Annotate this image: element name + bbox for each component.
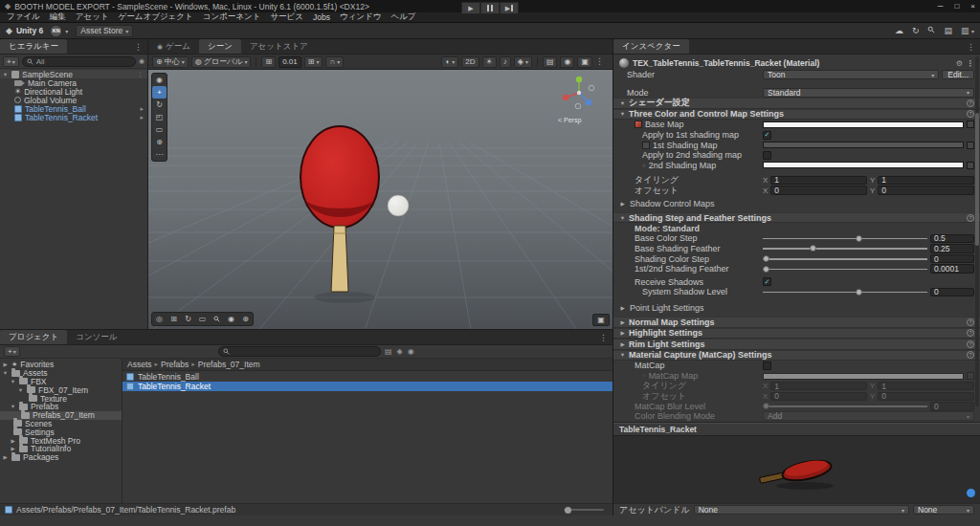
effects-dropdown[interactable]: ◈▾	[514, 56, 532, 68]
foldout-shadow-control-maps[interactable]: ▶ Shadow Control Maps	[613, 198, 980, 208]
more-tools-button[interactable]: ⋯	[152, 148, 167, 161]
menu-edit[interactable]: 編集	[45, 11, 71, 23]
tabletennis-ball-object[interactable]	[388, 195, 409, 216]
camera-settings-button[interactable]: ▣	[577, 56, 592, 68]
grid-icon[interactable]: ⊞	[167, 313, 181, 325]
texture-thumbnail[interactable]	[642, 142, 650, 149]
favorites-row[interactable]: ▶ ★ Favorites	[0, 361, 122, 369]
undo-history-button[interactable]: ↻	[912, 26, 920, 35]
grid-size-field[interactable]: 0.01	[278, 56, 301, 68]
grid-visibility-toggle[interactable]: ▤	[543, 56, 558, 68]
matcap-blur-field[interactable]: 0	[930, 402, 974, 411]
step-button[interactable]: ▶	[500, 2, 519, 14]
close-button[interactable]: ×	[970, 2, 975, 11]
view-tool-button[interactable]: ◉	[152, 74, 167, 86]
apply-1st-checkbox[interactable]: ✓	[763, 131, 771, 140]
menu-component[interactable]: コンポーネント	[198, 11, 266, 23]
object-picker-icon[interactable]	[967, 162, 974, 169]
tab-console[interactable]: コンソール	[67, 330, 125, 344]
scene-viewport[interactable]: < Persp ◉ + ↻ ◰ ▭ ⊕ ⋯ ◎ ⊞ ↻ ▭ ◉ ⊕ ▣	[148, 70, 612, 329]
matcap-offset-x-field[interactable]: 0	[770, 392, 867, 402]
breadcrumb-prefabs[interactable]: Prefabs	[161, 360, 189, 369]
target-icon[interactable]: ◉	[224, 313, 238, 325]
pause-button[interactable]	[480, 2, 500, 14]
assistant-notification-icon[interactable]	[967, 489, 975, 497]
matcap-blur-slider[interactable]	[763, 402, 927, 410]
hierarchy-search-input[interactable]: All	[22, 56, 136, 67]
feather-12-slider[interactable]	[763, 265, 927, 274]
draw-mode-dropdown[interactable]: ◐▾	[441, 56, 458, 68]
help-icon[interactable]: ?	[967, 318, 974, 326]
base-color-step-slider[interactable]	[763, 234, 927, 243]
section-shader-settings[interactable]: ▼ シェーダー設定 ?	[613, 98, 980, 109]
receive-shadows-checkbox[interactable]: ✓	[763, 277, 771, 286]
second-shading-color-bar[interactable]	[763, 162, 964, 168]
magnet-snap-dropdown[interactable]: ∩▾	[325, 56, 344, 68]
tab-asset-store[interactable]: アセットストア	[241, 39, 317, 54]
lighting-toggle[interactable]: ☀	[482, 56, 497, 68]
section-highlight[interactable]: ▶ Highlight Settings ?	[613, 328, 980, 340]
hierarchy-item-tabletennis-racket[interactable]: TableTennis_Racket ▸	[0, 113, 147, 121]
shading-color-step-field[interactable]: 0	[930, 254, 974, 264]
scale-tool-button[interactable]: ◰	[152, 111, 167, 123]
menu-assets[interactable]: アセット	[71, 11, 114, 23]
more-menu-icon[interactable]: ⋮	[967, 42, 980, 54]
foldout-open-icon[interactable]: ▼	[2, 72, 9, 77]
audio-toggle[interactable]: ♪	[500, 56, 511, 68]
tab-hierarchy[interactable]: ヒエラルキー	[0, 39, 67, 54]
tab-game[interactable]: ◉ ゲーム	[148, 39, 199, 54]
shader-dropdown[interactable]: Toon▾	[763, 70, 939, 79]
section-shading-step[interactable]: ▼ Shading Step and Feather Settings ?	[613, 212, 980, 224]
help-icon[interactable]: ?	[967, 99, 974, 107]
scene-visibility-icon[interactable]: ◉	[139, 57, 145, 65]
base-shading-feather-slider[interactable]	[763, 244, 927, 252]
rotate-tool-button[interactable]: ↻	[152, 99, 167, 111]
folder-packages[interactable]: ▶ Packages	[0, 453, 122, 462]
folder-prefabs-07-item[interactable]: Prefabs_07_Item	[0, 411, 122, 420]
asset-bundle-dropdown[interactable]: None▾	[694, 505, 909, 515]
base-shading-feather-field[interactable]: 0.25	[930, 244, 974, 253]
search-by-label-icon[interactable]: ◈	[397, 347, 403, 356]
help-icon[interactable]: ?	[967, 110, 974, 118]
shader-edit-button[interactable]: Edit...	[942, 70, 974, 79]
apply-2nd-checkbox[interactable]	[763, 151, 771, 160]
frame-icon[interactable]: ▭	[195, 313, 210, 325]
folder-scenes[interactable]: Scenes	[0, 420, 122, 428]
gear-icon[interactable]: ⚙	[956, 59, 963, 68]
minimize-button[interactable]: ─	[938, 2, 944, 11]
menu-file[interactable]: ファイル	[2, 11, 45, 23]
offset-y-field[interactable]: 0	[878, 186, 974, 195]
tiling-y-field[interactable]: 1	[878, 176, 974, 186]
tab-scene[interactable]: シーン	[199, 39, 241, 54]
menu-jobs[interactable]: Jobs	[308, 12, 335, 22]
move-tool-button[interactable]: +	[152, 86, 167, 99]
matcap-checkbox[interactable]	[763, 362, 771, 370]
more-menu-icon[interactable]: ⋮	[595, 56, 609, 68]
matcap-offset-y-field[interactable]: 0	[878, 392, 974, 402]
cloud-services-button[interactable]: ☁	[895, 26, 903, 35]
object-picker-icon[interactable]	[967, 372, 974, 380]
perspective-label[interactable]: < Persp	[558, 117, 581, 124]
tool-handle-position-dropdown[interactable]: ⊕中心▾	[152, 56, 189, 68]
feather-12-field[interactable]: 0.0001	[930, 264, 974, 274]
search-button[interactable]	[927, 26, 935, 35]
grid-snapping-button[interactable]: ⊞	[261, 56, 276, 68]
file-tabletennis-ball[interactable]: TableTennis_Ball	[122, 372, 612, 382]
search-by-type-icon[interactable]: ▤	[385, 347, 392, 356]
asset-preview[interactable]	[613, 435, 980, 503]
tab-inspector[interactable]: インスペクター	[613, 39, 689, 54]
matcap-tiling-y-field[interactable]: 1	[878, 382, 974, 391]
add-gameobject-button[interactable]: +▾	[3, 56, 19, 67]
more-menu-icon[interactable]: ⋮	[137, 71, 145, 78]
tiling-x-field[interactable]: 1	[770, 176, 867, 186]
tab-project[interactable]: プロジェクト	[0, 330, 67, 344]
object-picker-icon[interactable]	[967, 142, 974, 149]
inspector-scrollbar[interactable]	[975, 56, 979, 406]
matcap-color-bar[interactable]	[763, 373, 964, 380]
more-menu-icon[interactable]: ⋮	[134, 42, 147, 54]
help-icon[interactable]: ?	[967, 340, 974, 348]
first-shading-color-bar[interactable]	[763, 142, 964, 148]
more-menu-icon[interactable]: ⋮	[967, 59, 974, 68]
thumbnail-zoom-slider[interactable]	[564, 509, 604, 511]
layers-dropdown[interactable]: ▤	[944, 26, 952, 35]
